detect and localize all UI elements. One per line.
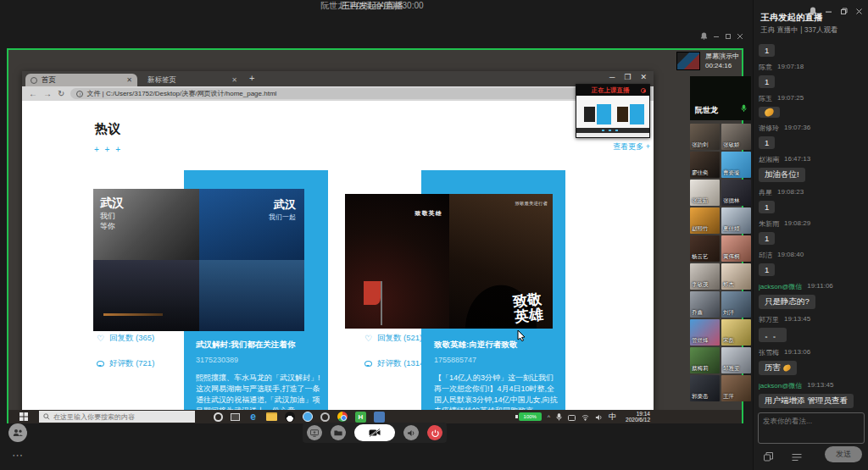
tab-newtab[interactable]: 新标签页 ✕ <box>142 74 242 86</box>
back-icon[interactable]: ← <box>29 89 37 98</box>
collage-photo-river-night <box>199 260 305 331</box>
minimize-icon[interactable] <box>713 33 720 40</box>
wuhan-card-stats: ♡回复数 (365) 好评数 (721) <box>97 333 181 384</box>
bell-icon[interactable] <box>700 32 708 40</box>
participant-avatar[interactable]: 郑杰 <box>721 263 751 290</box>
participant-name: 李敏茂 <box>692 281 709 289</box>
taskbar-clock[interactable]: 19:14 2020/6/12 <box>626 411 650 423</box>
chrome-icon[interactable] <box>337 412 348 422</box>
presenter-video-tile[interactable]: 阮世龙 <box>690 76 751 120</box>
web-page: 热议 + + + 查看更多 + 武汉 我们 等你 武汉 我们一起 <box>22 101 654 412</box>
chat-timestamp: 19:07:18 <box>777 63 804 72</box>
restore-icon[interactable] <box>725 33 732 40</box>
chat-message-meta: 邱洁19:08:40 <box>759 251 865 260</box>
participant-avatar[interactable]: 李敏茂 <box>690 263 720 290</box>
task-view-icon[interactable] <box>231 413 240 421</box>
card-title[interactable]: 致敬英雄:向逆行者致敬 <box>434 340 561 351</box>
touchpad-icon[interactable] <box>568 409 576 424</box>
participant-avatar[interactable]: 赵熙竹 <box>690 207 720 234</box>
participant-avatar[interactable]: 曹姿璇 <box>721 152 751 178</box>
participant-avatar[interactable]: 张韵剑 <box>690 124 720 150</box>
participant-avatar[interactable]: 杨云艺 <box>690 235 720 262</box>
tab-favicon <box>31 77 37 84</box>
participant-avatar[interactable]: 刘洋 <box>721 291 751 318</box>
ime-indicator[interactable]: 中 <box>609 412 616 423</box>
address-bar[interactable]: i 文件 | C:/Users/31752/Desktop/决赛/网页设计/ho… <box>70 88 647 99</box>
tab-close-icon[interactable]: ✕ <box>231 76 237 84</box>
participant-avatar[interactable]: 宋磊 <box>721 319 751 346</box>
close-icon[interactable]: ✕ <box>640 73 647 81</box>
participant-avatar[interactable]: 张德林 <box>721 180 751 206</box>
heroes-photo-collage[interactable]: 致敬英雄 致敬最美逆行者 致敬 英雄 <box>345 194 553 329</box>
close-icon[interactable] <box>855 8 863 15</box>
minimize-icon[interactable] <box>825 8 832 15</box>
search-app-icon[interactable] <box>320 412 330 422</box>
participants-button[interactable] <box>8 423 27 442</box>
taskbar-search-box[interactable] <box>39 411 195 423</box>
h-app-icon[interactable]: H <box>355 412 366 423</box>
restore-icon[interactable] <box>840 8 848 15</box>
participant-avatar[interactable]: 王萍 <box>721 375 751 401</box>
tab-close-icon[interactable]: ✕ <box>126 76 132 84</box>
speaker-button[interactable] <box>403 425 419 440</box>
share-file-button[interactable] <box>331 425 346 440</box>
screen-share-status[interactable]: 屏幕演示中 00:24:16 <box>676 52 739 70</box>
file-explorer-icon[interactable] <box>266 412 277 421</box>
new-tab-button[interactable]: + <box>249 73 254 83</box>
participant-avatar[interactable]: 管煜烽 <box>690 319 720 346</box>
layout-toggle-icon[interactable] <box>764 450 773 465</box>
card-title[interactable]: 武汉解封:我们都在关注着你 <box>196 340 323 351</box>
cortana-icon[interactable] <box>214 412 223 422</box>
battery-icon[interactable]: 100% <box>519 412 542 421</box>
restore-icon[interactable]: ❐ <box>624 73 631 81</box>
tab-home[interactable]: 首页 ✕ <box>25 74 137 86</box>
edge-icon[interactable]: e <box>248 412 259 423</box>
info-icon[interactable]: i <box>76 91 83 97</box>
banner-controls <box>700 32 743 40</box>
wuhan-card-text: 武汉解封:我们都在关注着你 3175230389 熙熙攘攘、车水马龙的「武汉解封… <box>196 340 323 412</box>
mic-icon[interactable] <box>556 409 562 424</box>
replies-count: 回复数 (521) <box>377 333 422 344</box>
live-preview-mini-window[interactable]: 正在上课直播 <box>576 84 650 138</box>
network-icon[interactable] <box>581 409 589 424</box>
close-icon[interactable] <box>737 33 743 40</box>
qq-icon[interactable] <box>285 412 295 422</box>
participant-avatar[interactable]: 张蓝茹 <box>690 180 720 206</box>
screen-share-thumbnail[interactable] <box>676 52 700 70</box>
reload-icon[interactable]: ↻ <box>58 89 64 98</box>
participant-avatar[interactable]: 黄伟桐 <box>721 235 751 262</box>
forward-icon[interactable]: → <box>43 89 52 98</box>
chat-message-bubble: 。。 <box>759 328 787 342</box>
speaker-icon[interactable] <box>595 409 603 424</box>
participant-avatar[interactable]: 廖佳奕 <box>690 152 720 178</box>
presenting-banner: 阮世龙正在演示-屏幕 30:00 <box>0 0 744 12</box>
camera-off-button[interactable] <box>354 424 395 441</box>
chat-message-list[interactable]: 1陈意19:07:181陈玉19:07:25谢修玲19:07:361赵湘南16:… <box>759 44 865 408</box>
participant-avatar[interactable]: 邹雅雯 <box>721 347 751 373</box>
paint-app-icon[interactable] <box>374 412 385 423</box>
share-screen-button[interactable] <box>307 425 322 440</box>
clock-icon[interactable] <box>303 412 313 422</box>
chat-message-meta: 陈玉19:07:25 <box>759 94 865 103</box>
more-options-button[interactable]: ⋯ <box>12 449 23 462</box>
participant-name: 王萍 <box>723 393 734 401</box>
end-stream-button[interactable] <box>427 425 442 440</box>
send-button[interactable]: 发送 <box>825 446 862 462</box>
chat-panel: 王冉发起的直播 王冉 直播中 | 337人观看 1陈意19:07:181陈玉19… <box>753 0 868 470</box>
tray-chevron-icon[interactable]: ^ <box>548 414 550 420</box>
search-input[interactable] <box>53 413 189 421</box>
participant-avatar[interactable]: 夏佳姮 <box>721 207 751 234</box>
see-more-link[interactable]: 查看更多 + <box>613 141 650 152</box>
participant-name: 杨云艺 <box>692 253 709 261</box>
wuhan-photo-collage[interactable]: 武汉 我们 等你 武汉 我们一起 <box>93 189 304 331</box>
participant-avatar[interactable]: 张敏娇 <box>721 124 751 150</box>
chat-input[interactable] <box>758 412 865 444</box>
participant-avatar[interactable]: 乔鑫 <box>690 291 720 318</box>
minimize-icon[interactable]: ─ <box>609 73 615 81</box>
participant-avatar[interactable]: 郭栗岳 <box>690 375 720 401</box>
list-view-icon[interactable] <box>792 450 802 465</box>
participant-avatar[interactable]: 蔡梅莉 <box>690 347 720 373</box>
mouse-cursor <box>517 329 526 345</box>
chat-message-bubble: 用户端增添 管理员查看 <box>759 394 854 408</box>
start-button[interactable] <box>8 410 39 423</box>
